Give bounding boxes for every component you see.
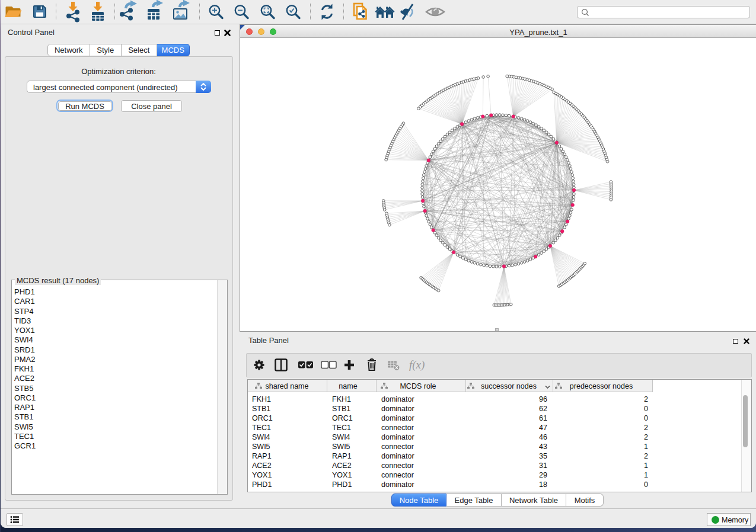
svg-text:f(x): f(x)	[409, 358, 425, 371]
